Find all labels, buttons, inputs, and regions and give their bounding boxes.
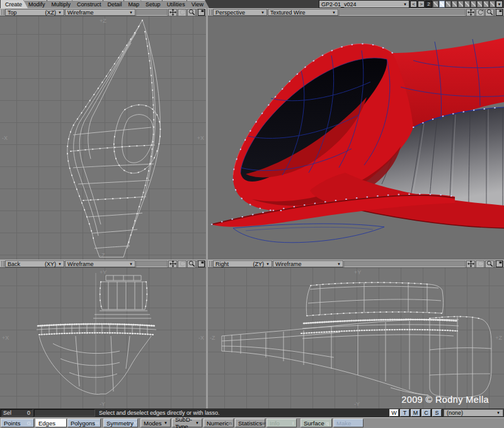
- subd-type-dropdown[interactable]: SubD-Type ▼: [172, 419, 202, 427]
- make-button[interactable]: Make: [333, 419, 364, 427]
- drag-grip-icon[interactable]: [1, 9, 4, 15]
- chevron-down-icon: ▼: [403, 3, 407, 6]
- layer-slot-3[interactable]: [445, 1, 451, 8]
- view-label: Right: [215, 261, 229, 267]
- prev-object-button[interactable]: <: [410, 1, 417, 8]
- perspective-viewport-canvas[interactable]: [208, 16, 504, 260]
- next-object-button[interactable]: >: [418, 1, 425, 8]
- rotate-icon: [477, 9, 484, 16]
- maximize-view-button[interactable]: [197, 260, 205, 268]
- shortcut-hint: Y: [134, 420, 137, 426]
- back-view-type-dropdown[interactable]: Back (XY) ▼: [5, 260, 64, 267]
- modes-dropdown[interactable]: Modes ▼: [140, 419, 171, 427]
- top-render-mode-dropdown[interactable]: Wireframe ▼: [65, 9, 135, 16]
- button-label: Symmetry: [106, 420, 134, 427]
- back-viewport-header: Back (XY) ▼ Wireframe ▼: [0, 260, 206, 268]
- zoom-view-button[interactable]: [187, 9, 196, 16]
- pan-view-button[interactable]: [168, 260, 177, 268]
- magnifier-icon: [188, 260, 195, 267]
- numeric-button[interactable]: Numeric n: [203, 419, 234, 427]
- perspective-view-type-dropdown[interactable]: Perspective ▼: [213, 9, 267, 16]
- tab-view[interactable]: View: [187, 0, 209, 8]
- top-viewport-header: Top (XZ) ▼ Wireframe ▼: [0, 8, 206, 16]
- rotate-view-button[interactable]: [178, 260, 186, 268]
- drag-grip-icon[interactable]: [209, 261, 212, 267]
- zoom-view-button[interactable]: [485, 9, 494, 16]
- tab-construct[interactable]: Construct: [72, 0, 107, 8]
- maximize-view-button[interactable]: [197, 9, 205, 16]
- layer-slot-4[interactable]: [452, 1, 457, 8]
- top-view-type-dropdown[interactable]: Top (XZ) ▼: [5, 9, 64, 16]
- pan-view-button[interactable]: [466, 9, 475, 16]
- menu-tabs: Create Modify Multiply Construct Detail …: [0, 0, 205, 8]
- layer-slot-2[interactable]: [439, 1, 445, 8]
- perspective-render-mode-dropdown[interactable]: Textured Wire ▼: [268, 9, 338, 16]
- move-icon: [169, 9, 176, 16]
- zoom-view-button[interactable]: [187, 260, 196, 268]
- rotate-icon: [477, 260, 484, 267]
- button-label: Make: [336, 420, 351, 427]
- chevron-down-icon: ▼: [164, 421, 168, 425]
- right-viewport-header: Right (ZY) ▼ Wireframe ▼: [208, 260, 504, 268]
- points-mode-button[interactable]: Points G: [1, 419, 34, 427]
- artist-watermark: 2009 © Rodny Mella: [401, 395, 489, 405]
- pan-view-button[interactable]: [466, 260, 475, 268]
- tab-create[interactable]: Create: [1, 0, 28, 8]
- maximize-icon: [496, 9, 503, 16]
- hint-message: Select and deselect edges directly or wi…: [99, 410, 220, 416]
- vmap-texture-button[interactable]: T: [400, 409, 410, 417]
- vmap-select-dropdown[interactable]: (none) ▼: [444, 409, 503, 417]
- status-extra-box: [34, 409, 95, 417]
- back-viewport-canvas[interactable]: +Y -Y +X -X: [0, 268, 206, 408]
- maximize-view-button[interactable]: [495, 9, 503, 16]
- view-label: Top: [8, 9, 17, 16]
- rotate-icon: [179, 260, 186, 267]
- top-viewport-canvas[interactable]: +Z -Z -X +X: [0, 16, 206, 260]
- object-layer-bar: GP2-01_v024 ▼ < > 2 ▼: [319, 0, 504, 8]
- magnifier-icon: [486, 260, 493, 267]
- rotate-view-button[interactable]: [178, 9, 186, 16]
- layer-slot-10[interactable]: [490, 1, 495, 8]
- polygons-mode-button[interactable]: Polygons H: [67, 419, 101, 427]
- layer-slot-8[interactable]: [477, 1, 483, 8]
- chevron-down-icon: ▼: [58, 262, 62, 266]
- button-label: SubD-Type: [175, 416, 195, 428]
- symmetry-button[interactable]: Symmetry Y: [103, 419, 138, 427]
- maximize-view-button[interactable]: [495, 260, 503, 268]
- pan-view-button[interactable]: [168, 9, 177, 16]
- layer-slot-7[interactable]: [471, 1, 476, 8]
- right-render-mode-dropdown[interactable]: Wireframe ▼: [273, 260, 343, 267]
- vmap-color-button[interactable]: C: [421, 409, 431, 417]
- tab-multiply[interactable]: Multiply: [47, 0, 77, 8]
- layer-bank-label[interactable]: 2: [425, 1, 432, 8]
- statistics-button[interactable]: Statistics w: [235, 419, 265, 427]
- tab-utilities[interactable]: Utilities: [163, 0, 191, 8]
- back-view-wireframe: [0, 268, 206, 408]
- layer-slot-5[interactable]: [458, 1, 464, 8]
- selection-count-label: Sel: [3, 410, 11, 416]
- shortcut-hint: H: [95, 420, 99, 426]
- layer-options-dropdown[interactable]: ▼: [496, 1, 503, 8]
- right-view-type-dropdown[interactable]: Right (ZY) ▼: [213, 260, 272, 267]
- drag-grip-icon[interactable]: [209, 9, 212, 15]
- rotate-view-button[interactable]: [476, 260, 484, 268]
- back-render-mode-dropdown[interactable]: Wireframe ▼: [65, 260, 135, 267]
- tab-modify[interactable]: Modify: [24, 0, 51, 8]
- edges-mode-button[interactable]: Edges: [35, 419, 67, 427]
- drag-grip-icon[interactable]: [1, 261, 4, 267]
- vmap-morph-button[interactable]: M: [411, 409, 420, 417]
- info-button[interactable]: Info i: [266, 419, 297, 427]
- surface-button[interactable]: Surface q: [301, 419, 332, 427]
- vmap-weight-button[interactable]: W: [389, 409, 399, 417]
- rotate-view-button[interactable]: [476, 9, 484, 16]
- zoom-view-button[interactable]: [485, 260, 494, 268]
- layer-slot-9[interactable]: [483, 1, 489, 8]
- right-viewport-canvas[interactable]: +Y -Y -Z +Z 2009 © Rodny Mella: [208, 268, 504, 408]
- layer-slot-1[interactable]: [433, 1, 438, 8]
- header-spacer: [136, 9, 168, 16]
- object-selector[interactable]: GP2-01_v024 ▼: [319, 0, 410, 8]
- rotate-icon: [179, 9, 186, 16]
- layer-slot-6[interactable]: [464, 1, 470, 8]
- vmap-selection-button[interactable]: S: [432, 409, 442, 417]
- move-icon: [467, 9, 474, 16]
